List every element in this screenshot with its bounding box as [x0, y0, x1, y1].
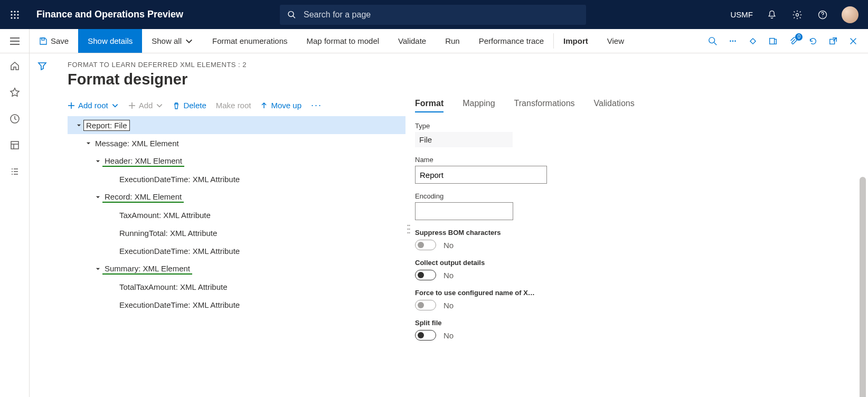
suppress-bom-label: Suppress BOM characters	[415, 229, 852, 237]
nav-toggle[interactable]	[0, 29, 30, 53]
tree-node-label[interactable]: TaxAmount: XML Attribute	[117, 210, 213, 220]
search-input[interactable]	[304, 10, 579, 20]
tree-node[interactable]: Header: XML Element	[68, 152, 405, 170]
tree-node[interactable]: Record: XML Element	[68, 188, 405, 206]
tree-node-label[interactable]: TotalTaxAmount: XML Attribute	[117, 282, 230, 292]
close-button[interactable]	[848, 36, 858, 46]
popout-icon	[828, 36, 838, 46]
refresh-button[interactable]	[808, 36, 818, 46]
run-button[interactable]: Run	[436, 29, 469, 53]
tree-node-label[interactable]: ExecutionDateTime: XML Attribute	[117, 174, 242, 184]
view-button[interactable]: View	[598, 29, 634, 53]
make-root-label: Make root	[216, 101, 251, 110]
collapse-icon	[96, 195, 100, 200]
vertical-scrollbar[interactable]	[860, 177, 866, 397]
save-button[interactable]: Save	[30, 29, 78, 53]
suppress-bom-toggle[interactable]	[415, 240, 436, 250]
show-details-button[interactable]: Show details	[78, 29, 142, 53]
svg-rect-21	[770, 38, 775, 44]
nav-favorites[interactable]	[10, 87, 20, 100]
page-title: Format designer	[68, 71, 405, 88]
tree-more-button[interactable]: ···	[311, 100, 322, 111]
validate-label: Validate	[398, 36, 426, 45]
cmd-search-button[interactable]	[707, 36, 718, 46]
notifications-button[interactable]	[766, 8, 778, 21]
tree-node-label[interactable]: Header: XML Element	[102, 156, 184, 167]
settings-button[interactable]	[791, 8, 804, 21]
show-all-button[interactable]: Show all	[142, 29, 203, 53]
tree-node-label[interactable]: Summary: XML Element	[102, 263, 192, 275]
cmd-office-button[interactable]	[768, 36, 778, 46]
format-tree[interactable]: Report: FileMessage: XML ElementHeader: …	[68, 116, 405, 314]
tree-toggle[interactable]	[93, 159, 102, 164]
tree-node[interactable]: Summary: XML Element	[68, 260, 405, 278]
tree-node[interactable]: RunningTotal: XML Attribute	[68, 224, 405, 242]
run-label: Run	[445, 36, 460, 45]
type-label: Type	[415, 122, 852, 130]
format-enum-label: Format enumerations	[212, 36, 288, 45]
force-name-value: No	[444, 301, 454, 310]
tree-node[interactable]: ExecutionDateTime: XML Attribute	[68, 296, 405, 314]
perf-trace-button[interactable]: Performance trace	[469, 29, 553, 53]
import-label: Import	[563, 36, 588, 45]
tree-node-label[interactable]: ExecutionDateTime: XML Attribute	[117, 246, 242, 256]
user-avatar[interactable]	[842, 6, 858, 23]
svg-point-43	[407, 232, 408, 233]
splitter[interactable]	[405, 61, 412, 397]
plus-icon	[128, 102, 136, 109]
name-input[interactable]	[415, 166, 547, 184]
tree-node-label[interactable]: Record: XML Element	[102, 192, 184, 203]
encoding-input[interactable]	[415, 202, 513, 220]
bell-icon	[767, 10, 777, 20]
tree-node[interactable]: ExecutionDateTime: XML Attribute	[68, 170, 405, 188]
cmd-diamond-button[interactable]	[748, 36, 758, 46]
tree-node-label[interactable]: Message: XML Element	[93, 138, 181, 148]
global-search[interactable]	[280, 5, 586, 25]
tree-node[interactable]: Message: XML Element	[68, 134, 405, 152]
force-name-toggle[interactable]	[415, 300, 436, 310]
tree-node-label[interactable]: ExecutionDateTime: XML Attribute	[117, 300, 242, 310]
nav-home[interactable]	[10, 61, 20, 73]
list-icon	[10, 166, 20, 177]
company-picker[interactable]: USMF	[731, 10, 753, 19]
tree-node-label[interactable]: Report: File	[83, 120, 130, 131]
tree-node[interactable]: ExecutionDateTime: XML Attribute	[68, 242, 405, 260]
tree-toggle[interactable]	[74, 123, 83, 128]
nav-workspaces[interactable]	[10, 140, 20, 153]
nav-recent[interactable]	[10, 114, 20, 126]
help-button[interactable]	[816, 8, 829, 21]
add-label: Add	[139, 101, 153, 110]
home-icon	[10, 61, 20, 71]
import-button[interactable]: Import	[554, 29, 598, 53]
tree-toggle[interactable]	[83, 141, 93, 146]
collect-output-toggle[interactable]	[415, 270, 436, 280]
tree-node[interactable]: Report: File	[68, 116, 405, 134]
tab-format[interactable]: Format	[415, 99, 444, 112]
validate-button[interactable]: Validate	[389, 29, 436, 53]
filter-icon	[37, 61, 48, 71]
delete-button[interactable]: Delete	[173, 101, 206, 110]
popout-button[interactable]	[828, 36, 838, 46]
tree-node-label[interactable]: RunningTotal: XML Attribute	[117, 228, 219, 238]
tab-validations[interactable]: Validations	[594, 99, 635, 112]
tree-toggle[interactable]	[93, 267, 102, 271]
tab-mapping[interactable]: Mapping	[463, 99, 495, 112]
attachments-button[interactable]: 0	[788, 36, 798, 46]
app-launcher[interactable]	[0, 0, 29, 29]
add-root-button[interactable]: Add root	[68, 101, 119, 110]
tree-toggle[interactable]	[93, 195, 102, 200]
filter-button[interactable]	[37, 61, 48, 397]
make-root-button: Make root	[216, 101, 251, 110]
more-ellipsis[interactable]: ···	[728, 36, 738, 46]
tree-node[interactable]: TaxAmount: XML Attribute	[68, 206, 405, 224]
tab-transformations[interactable]: Transformations	[514, 99, 575, 112]
format-enumerations-button[interactable]: Format enumerations	[203, 29, 297, 53]
svg-point-4	[14, 14, 15, 15]
nav-modules[interactable]	[10, 166, 20, 179]
close-icon	[848, 36, 858, 46]
map-format-button[interactable]: Map format to model	[297, 29, 389, 53]
collect-output-label: Collect output details	[415, 259, 852, 267]
tree-node[interactable]: TotalTaxAmount: XML Attribute	[68, 278, 405, 296]
move-up-button[interactable]: Move up	[260, 101, 301, 110]
split-file-toggle[interactable]	[415, 330, 436, 341]
